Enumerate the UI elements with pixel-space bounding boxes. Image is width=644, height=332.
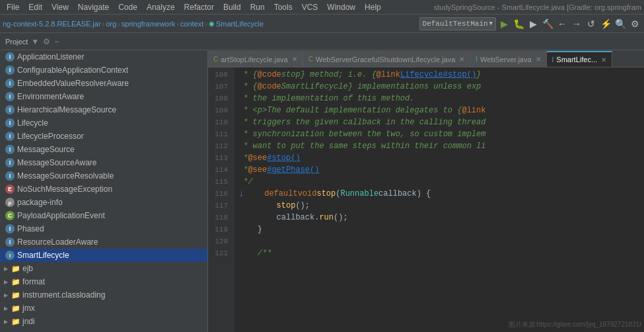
breadcrumb-springframework[interactable]: springframework: [122, 20, 175, 28]
code-line-106: * {@code stop} method; i.e. {@link Lifec…: [238, 69, 644, 81]
sidebar-item-lifecycle[interactable]: I Lifecycle: [0, 116, 207, 130]
sidebar-item-hierarchicalmessagesource[interactable]: I HierarchicalMessageSource: [0, 103, 207, 116]
sidebar-item-messagesource[interactable]: I MessageSource: [0, 143, 207, 156]
tab-close-btn[interactable]: ✕: [536, 56, 541, 63]
code-line-116: ↓ default void stop(Runnable callback) {: [238, 188, 644, 200]
run-button[interactable]: ▶: [497, 17, 511, 30]
interface-tab-icon: I: [552, 56, 554, 63]
sidebar-folder-format[interactable]: ▶ 📁 format: [0, 275, 207, 288]
menu-code[interactable]: Code: [114, 1, 141, 13]
sidebar-item-lifecycleprocessor[interactable]: I LifecycleProcessor: [0, 130, 207, 143]
sidebar-item-configurableapplicationcontext[interactable]: I ConfigurableApplicationContext: [0, 63, 207, 77]
panel-title: Project ▼ ⚙ −: [0, 36, 65, 47]
project-label: Project: [5, 38, 28, 46]
menu-file[interactable]: File: [3, 1, 23, 13]
build-button[interactable]: 🔨: [541, 17, 554, 30]
line-num: 121: [208, 247, 231, 259]
sidebar-folder-ejb[interactable]: ▶ 📁 ejb: [0, 262, 207, 275]
forward-button[interactable]: →: [570, 17, 583, 30]
menu-window[interactable]: Window: [323, 1, 359, 13]
menu-edit[interactable]: Edit: [24, 1, 46, 13]
line-num: 119: [208, 224, 231, 235]
menu-run[interactable]: Run: [246, 1, 269, 13]
editor-tabs: C artStopLifecycle.java ✕ C WebServerGra…: [208, 50, 644, 67]
code-line-107: * {@code SmartLifecycle} implementations…: [238, 81, 644, 93]
sidebar-item-messagesourceaware[interactable]: I MessageSourceAware: [0, 156, 207, 169]
toolbar-right: DefaultTestMain ▼ ▶ 🐛 ▶ 🔨 ← → ↺ ⚡ 🔍 ⚙: [419, 17, 641, 30]
interface-icon: I: [5, 92, 15, 101]
interface-icon: I: [5, 158, 15, 167]
code-line-121: /**: [238, 247, 644, 259]
folder-icon: 📁: [11, 265, 20, 273]
code-line-109: * <p>The default implementation delegate…: [238, 104, 644, 116]
menu-help[interactable]: Help: [361, 1, 385, 13]
line-num: 106: [208, 69, 231, 81]
interface-icon: I: [5, 224, 15, 233]
menu-refactor[interactable]: Refactor: [180, 1, 218, 13]
main-layout: I ApplicationListener I ConfigurableAppl…: [0, 50, 644, 332]
sidebar-item-phased[interactable]: I Phased: [0, 222, 207, 235]
btn4[interactable]: ⚙: [628, 17, 641, 30]
exception-icon: E: [5, 185, 15, 194]
breadcrumb-jar[interactable]: ng-context-5.2.8.RELEASE.jar: [3, 20, 101, 28]
sidebar-item-embeddedvalueresolveraware[interactable]: I EmbeddedValueResolverAware: [0, 77, 207, 90]
panel-minus-btn[interactable]: −: [54, 36, 59, 47]
sidebar-item-environmentaware[interactable]: I EnvironmentAware: [0, 90, 207, 103]
sidebar-item-smartlifecycle[interactable]: I SmartLifecycle: [0, 249, 207, 262]
breadcrumb-org[interactable]: org: [106, 20, 116, 28]
breadcrumb-context[interactable]: context: [180, 20, 203, 28]
package-icon: p: [5, 198, 15, 207]
chevron-right-icon: ▶: [3, 318, 9, 325]
debug-button[interactable]: 🐛: [512, 17, 525, 30]
panel-gear-btn[interactable]: ⚙: [42, 36, 51, 47]
line-num: 110: [208, 116, 231, 128]
sidebar-item-nosuchmessageexception[interactable]: E NoSuchMessageException: [0, 183, 207, 196]
run-config-dropdown[interactable]: DefaultTestMain ▼: [419, 17, 496, 30]
sidebar-item-package-info[interactable]: p package-info: [0, 196, 207, 209]
btn1[interactable]: ↺: [585, 17, 598, 30]
tab-artstoplifecycle[interactable]: C artStopLifecycle.java ✕: [208, 51, 303, 67]
code-line-118: callback.run();: [238, 212, 644, 224]
menu-tools[interactable]: Tools: [270, 1, 297, 13]
coverage-button[interactable]: ▶: [526, 17, 540, 30]
sec-toolbar: Project ▼ ⚙ −: [0, 33, 644, 50]
menu-vcs[interactable]: VCS: [298, 1, 322, 13]
sidebar-folder-jndi[interactable]: ▶ 📁 jndi: [0, 315, 207, 328]
line-num: 114: [208, 164, 231, 176]
tab-webserverlifecycle[interactable]: C WebServerGracefulShutdownLifecycle.jav…: [303, 51, 471, 67]
sidebar-item-applicationlistener[interactable]: I ApplicationListener: [0, 50, 207, 63]
sidebar-item-messagesourceresolvable[interactable]: I MessageSourceResolvable: [0, 169, 207, 183]
sidebar[interactable]: I ApplicationListener I ConfigurableAppl…: [0, 50, 208, 332]
tab-smartlifecycle[interactable]: I SmartLifec... ✕: [547, 51, 613, 67]
class-tab-icon: C: [308, 56, 313, 63]
code-line-117: stop();: [238, 200, 644, 212]
interface-icon: I: [5, 237, 15, 247]
breadcrumb: ng-context-5.2.8.RELEASE.jar › org › spr…: [3, 20, 418, 28]
breadcrumb-class[interactable]: SmartLifecycle: [216, 20, 264, 28]
toolbar: ng-context-5.2.8.RELEASE.jar › org › spr…: [0, 15, 644, 33]
sidebar-folder-jmx[interactable]: ▶ 📁 jmx: [0, 302, 207, 315]
menu-analyze[interactable]: Analyze: [143, 1, 179, 13]
class-icon: C: [5, 211, 15, 220]
tab-webserver[interactable]: I WebServer.java ✕: [470, 51, 546, 67]
line-num: 109: [208, 104, 231, 116]
btn2[interactable]: ⚡: [599, 17, 612, 30]
btn3[interactable]: 🔍: [614, 17, 627, 30]
tab-close-btn[interactable]: ✕: [292, 56, 297, 63]
line-numbers: 106 107 108 109 110 111 112 113 114 115 …: [208, 67, 234, 332]
back-button[interactable]: ←: [555, 17, 569, 30]
line-num: 107: [208, 81, 231, 93]
tab-close-btn[interactable]: ✕: [459, 56, 464, 63]
tab-close-btn[interactable]: ✕: [601, 56, 606, 63]
chevron-right-icon: ▶: [3, 278, 9, 285]
sidebar-item-resourceloaderaware[interactable]: I ResourceLoaderAware: [0, 235, 207, 249]
code-container: 106 107 108 109 110 111 112 113 114 115 …: [208, 67, 644, 332]
folder-icon: 📁: [11, 304, 20, 313]
menu-navigate[interactable]: Navigate: [74, 1, 113, 13]
sidebar-folder-instrument[interactable]: ▶ 📁 instrument.classloading: [0, 288, 207, 302]
sidebar-item-payloadapplicationevent[interactable]: C PayloadApplicationEvent: [0, 209, 207, 222]
menu-view[interactable]: View: [48, 1, 73, 13]
panel-collapse-btn[interactable]: ▼: [30, 36, 40, 47]
menu-build[interactable]: Build: [219, 1, 245, 13]
chevron-right-icon: ▶: [3, 305, 9, 311]
